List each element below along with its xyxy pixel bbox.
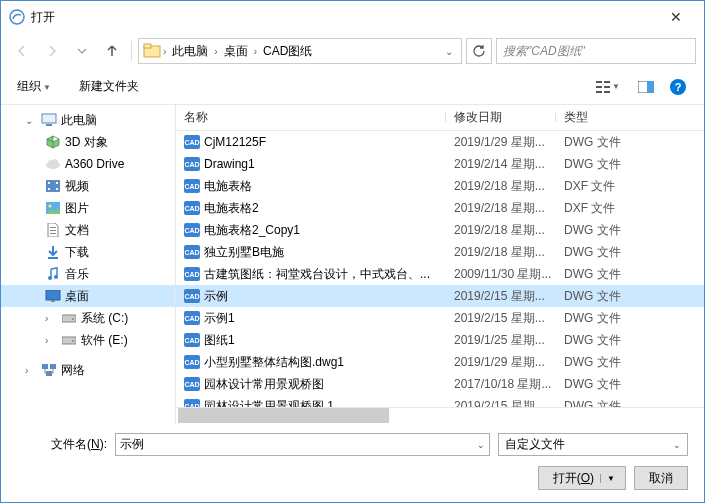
file-row[interactable]: CAD园林设计常用景观桥图2017/10/18 星期...DWG 文件 <box>176 373 704 395</box>
file-rows[interactable]: CADCjM12125F2019/1/29 星期...DWG 文件CADDraw… <box>176 131 704 407</box>
file-name: CjM12125F <box>204 135 266 149</box>
open-button[interactable]: 打开(O) ▼ <box>538 466 626 490</box>
svg-rect-29 <box>46 290 60 300</box>
refresh-button[interactable] <box>466 38 492 64</box>
file-row[interactable]: CAD电施表格2_Copy12019/2/18 星期...DWG 文件 <box>176 219 704 241</box>
file-type: DWG 文件 <box>556 354 704 371</box>
tree-music[interactable]: 音乐 <box>1 263 175 285</box>
tree-this-pc[interactable]: ⌄ 此电脑 <box>1 109 175 131</box>
file-row[interactable]: CAD园林设计常用景观桥图 12019/2/15 星期...DWG 文件 <box>176 395 704 407</box>
tree-system-c[interactable]: ›系统 (C:) <box>1 307 175 329</box>
cad-icon: CAD <box>184 355 200 369</box>
file-date: 2019/2/14 星期... <box>446 156 556 173</box>
file-row[interactable]: CAD小型别墅整体结构图.dwg12019/1/29 星期...DWG 文件 <box>176 351 704 373</box>
chevron-down-icon[interactable]: ⌄ <box>477 440 485 450</box>
tree-downloads[interactable]: 下载 <box>1 241 175 263</box>
drive-icon <box>61 310 77 326</box>
help-icon: ? <box>670 79 686 95</box>
download-icon <box>45 244 61 260</box>
column-name[interactable]: 名称 <box>176 109 446 126</box>
sidebar: ⌄ 此电脑 3D 对象 A360 Drive 视频 图片 文档 下载 音乐 桌面… <box>1 105 176 423</box>
tree-pictures[interactable]: 图片 <box>1 197 175 219</box>
file-row[interactable]: CAD独立别墅B电施2019/2/18 星期...DWG 文件 <box>176 241 704 263</box>
svg-point-0 <box>10 10 24 24</box>
file-type: DWG 文件 <box>556 376 704 393</box>
tree-desktop[interactable]: 桌面 <box>1 285 175 307</box>
column-type[interactable]: 类型 <box>556 109 704 126</box>
svg-point-28 <box>54 275 58 279</box>
view-mode-button[interactable]: ▼ <box>588 75 628 99</box>
cad-icon: CAD <box>184 399 200 407</box>
column-date[interactable]: 修改日期 <box>446 109 556 126</box>
close-button[interactable]: ✕ <box>656 9 696 25</box>
tree-videos[interactable]: 视频 <box>1 175 175 197</box>
filename-label: 文件名(N): <box>17 436 107 453</box>
svg-rect-11 <box>42 114 56 123</box>
tree-soft-e[interactable]: ›软件 (E:) <box>1 329 175 351</box>
file-name: 园林设计常用景观桥图 1 <box>204 398 334 408</box>
app-icon <box>9 9 25 25</box>
svg-rect-30 <box>51 300 55 302</box>
svg-rect-5 <box>596 91 602 93</box>
tree-documents[interactable]: 文档 <box>1 219 175 241</box>
svg-rect-8 <box>604 91 610 93</box>
document-icon <box>45 222 61 238</box>
svg-rect-4 <box>596 86 602 88</box>
cad-icon: CAD <box>184 223 200 237</box>
filter-select[interactable]: 自定义文件 ⌄ <box>498 433 688 456</box>
file-row[interactable]: CAD电施表格22019/2/18 星期...DXF 文件 <box>176 197 704 219</box>
cancel-button[interactable]: 取消 <box>634 466 688 490</box>
file-name: Drawing1 <box>204 157 255 171</box>
scroll-thumb[interactable] <box>178 408 389 423</box>
chevron-right-icon: › <box>214 46 217 57</box>
breadcrumb-pc[interactable]: 此电脑 <box>168 41 212 62</box>
organize-menu[interactable]: 组织▼ <box>13 76 55 97</box>
svg-rect-19 <box>56 182 58 184</box>
file-row[interactable]: CADCjM12125F2019/1/29 星期...DWG 文件 <box>176 131 704 153</box>
recent-dropdown[interactable] <box>69 38 95 64</box>
breadcrumb-folder[interactable]: CAD图纸 <box>259 41 316 62</box>
file-name: 示例 <box>204 288 228 305</box>
separator <box>131 41 132 61</box>
window-title: 打开 <box>31 9 656 26</box>
file-row[interactable]: CAD古建筑图纸：祠堂戏台设计，中式戏台、...2009/11/30 星期...… <box>176 263 704 285</box>
tree-label: 3D 对象 <box>65 134 108 151</box>
chevron-down-icon[interactable]: ⌄ <box>673 440 681 450</box>
help-button[interactable]: ? <box>664 75 692 99</box>
file-type: DWG 文件 <box>556 288 704 305</box>
up-button[interactable] <box>99 38 125 64</box>
video-icon <box>45 178 61 194</box>
file-name: 园林设计常用景观桥图 <box>204 376 324 393</box>
cube-icon <box>45 134 61 150</box>
svg-rect-10 <box>647 81 654 93</box>
file-type: DWG 文件 <box>556 134 704 151</box>
chevron-right-icon: › <box>163 46 166 57</box>
cad-icon: CAD <box>184 179 200 193</box>
file-row[interactable]: CAD图纸12019/1/25 星期...DWG 文件 <box>176 329 704 351</box>
tree-3d-objects[interactable]: 3D 对象 <box>1 131 175 153</box>
footer: 文件名(N): 示例 ⌄ 自定义文件 ⌄ 打开(O) ▼ 取消 <box>1 423 704 502</box>
address-dropdown[interactable]: ⌄ <box>441 46 457 57</box>
new-folder-button[interactable]: 新建文件夹 <box>75 76 143 97</box>
open-dropdown[interactable]: ▼ <box>600 474 615 483</box>
preview-pane-button[interactable] <box>632 75 660 99</box>
tree-network[interactable]: ›网络 <box>1 359 175 381</box>
svg-rect-36 <box>50 364 56 369</box>
horizontal-scrollbar[interactable] <box>176 407 704 423</box>
cad-icon: CAD <box>184 377 200 391</box>
cloud-icon <box>45 156 61 172</box>
addressbar[interactable]: › 此电脑 › 桌面 › CAD图纸 ⌄ <box>138 38 462 64</box>
back-button[interactable] <box>9 38 35 64</box>
file-row[interactable]: CAD电施表格2019/2/18 星期...DXF 文件 <box>176 175 704 197</box>
file-row[interactable]: CADDrawing12019/2/14 星期...DWG 文件 <box>176 153 704 175</box>
file-row[interactable]: CAD示例2019/2/15 星期...DWG 文件 <box>176 285 704 307</box>
search-input[interactable]: 搜索"CAD图纸" <box>496 38 696 64</box>
forward-button[interactable] <box>39 38 65 64</box>
file-name: 电施表格2 <box>204 200 259 217</box>
filename-input[interactable]: 示例 ⌄ <box>115 433 490 456</box>
breadcrumb-desktop[interactable]: 桌面 <box>220 41 252 62</box>
tree-label: 视频 <box>65 178 89 195</box>
tree-a360[interactable]: A360 Drive <box>1 153 175 175</box>
svg-rect-2 <box>144 44 151 48</box>
file-row[interactable]: CAD示例12019/2/15 星期...DWG 文件 <box>176 307 704 329</box>
